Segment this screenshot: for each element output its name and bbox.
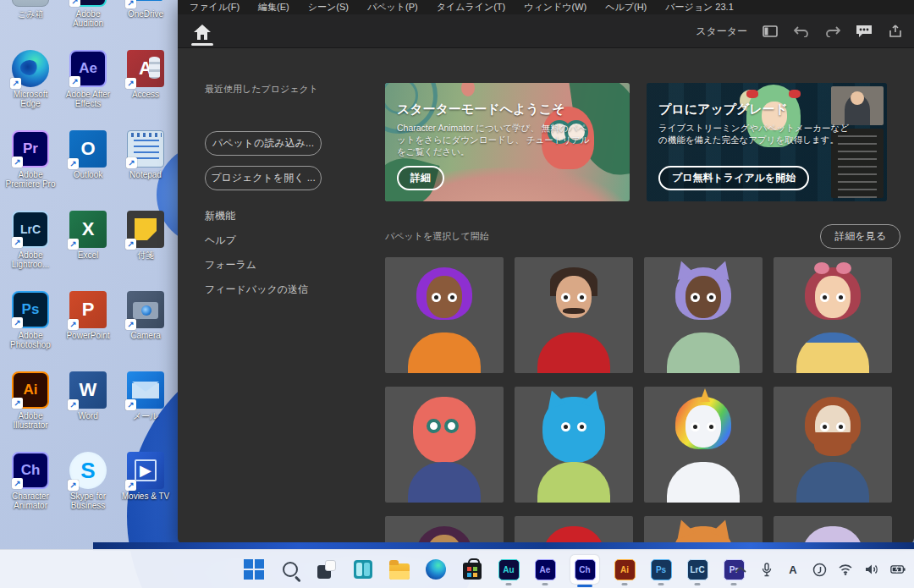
shortcut-arrow-icon: ↗ — [12, 237, 23, 248]
ime-mode-indicator[interactable]: A — [785, 562, 801, 577]
taskbar-lightroom-classic[interactable]: LrC — [686, 556, 708, 583]
puppet-tile[interactable] — [385, 516, 504, 545]
desktop-icon-powerpoint[interactable]: P↗ PowerPoint — [59, 291, 117, 371]
puppet-tile[interactable] — [774, 516, 892, 545]
excel-icon: X↗ — [69, 211, 107, 248]
taskbar-illustrator[interactable]: Ai — [614, 556, 636, 583]
puppet-tile[interactable] — [774, 257, 892, 373]
desktop-icon-skype-for-business[interactable]: S↗ Skype for Business — [59, 452, 117, 532]
shortcut-arrow-icon: ↗ — [125, 239, 136, 250]
menu-scene[interactable]: シーン(S) — [308, 1, 349, 14]
premiere-pro-icon: Pr↗ — [12, 130, 49, 168]
desktop-icon-lightroom-classic[interactable]: LrC↗ Adobe Lightroo... — [2, 211, 59, 291]
taskbar-character-animator-active[interactable]: Ch — [570, 555, 599, 584]
welcome-details-button[interactable]: 詳細 — [397, 166, 444, 190]
shortcut-arrow-icon: ↗ — [125, 399, 136, 410]
puppet-tile[interactable] — [644, 387, 763, 503]
desktop-icon-premiere-pro[interactable]: Pr↗ Adobe Premiere Pro — [2, 130, 59, 211]
character-animator-window: ファイル(F) 編集(E) シーン(S) パペット(P) タイムライン(T) ウ… — [178, 0, 914, 545]
home-tab-active-indicator — [191, 43, 213, 46]
puppet-tile[interactable] — [385, 387, 504, 503]
puppet-anime-cat-ear-purple-hair — [644, 257, 763, 373]
clock-icon[interactable] — [812, 562, 827, 577]
layout-panel-icon[interactable] — [762, 23, 779, 40]
desktop-icon-word[interactable]: W↗ Word — [59, 371, 117, 452]
start-pro-trial-button[interactable]: プロ無料トライアルを開始 — [658, 166, 809, 190]
menu-timeline[interactable]: タイムライン(T) — [437, 1, 506, 14]
puppet-tile[interactable] — [515, 387, 633, 503]
desktop-icon-adobe-audition[interactable]: Au↗ Adobe Audition — [59, 0, 117, 50]
sidebar-link-help[interactable]: ヘルプ — [205, 234, 385, 248]
task-view-button[interactable] — [316, 556, 338, 583]
puppet-anime-girl-red-hair-sailor — [774, 257, 892, 373]
welcome-banner-title: スターターモードへようこそ — [397, 102, 565, 118]
desktop-icon-outlook[interactable]: O↗ Outlook — [59, 130, 117, 211]
desktop: ごみ箱 Au↗ Adobe Audition ☁↗ OneDrive ↗ Mic… — [0, 0, 914, 588]
puppet-tile[interactable] — [644, 516, 763, 545]
widgets-button[interactable] — [352, 556, 374, 583]
sidebar-link-whats-new[interactable]: 新機能 — [205, 209, 385, 223]
menu-file[interactable]: ファイル(F) — [190, 1, 240, 14]
taskbar-audition[interactable]: Au — [498, 556, 520, 583]
search-button[interactable] — [279, 556, 301, 583]
desktop-icon-recycle-bin[interactable]: ごみ箱 — [2, 0, 59, 50]
edge-taskbar-button[interactable] — [425, 556, 447, 583]
shortcut-arrow-icon: ↗ — [68, 158, 79, 169]
puppet-tile[interactable] — [774, 387, 892, 503]
welcome-banner-body: Character Animator について学び、 無料のパペットをさらにダウ… — [397, 122, 592, 157]
home-tab[interactable] — [190, 19, 215, 45]
puppet-blue-cat-green-shirt — [515, 387, 633, 503]
desktop-icon-notepad[interactable]: ↗ Notepad — [117, 130, 174, 211]
wifi-icon[interactable] — [838, 562, 853, 577]
share-icon[interactable] — [887, 23, 904, 40]
sidebar-link-forum[interactable]: フォーラム — [205, 258, 385, 272]
desktop-icon-illustrator[interactable]: Ai↗ Adobe Illustrator — [2, 371, 59, 452]
feedback-bubble-icon[interactable] — [856, 23, 873, 40]
file-explorer-button[interactable] — [388, 556, 410, 583]
menu-window[interactable]: ウィンドウ(W) — [524, 1, 586, 14]
menu-edit[interactable]: 編集(E) — [258, 1, 289, 14]
powerpoint-icon: P↗ — [69, 291, 107, 328]
import-puppet-button[interactable]: パペットの読み込み... — [205, 131, 322, 156]
see-details-button[interactable]: 詳細を見る — [820, 224, 900, 249]
shortcut-arrow-icon: ↗ — [125, 78, 136, 89]
folder-icon — [389, 563, 410, 580]
undo-icon[interactable] — [793, 23, 810, 40]
desktop-icon-after-effects[interactable]: Ae↗ Adobe After Effects — [59, 50, 117, 130]
desktop-icon-movies-tv[interactable]: ▶↗ Movies & TV — [117, 452, 174, 532]
microphone-icon[interactable] — [759, 562, 774, 577]
home-sidebar: 最近使用したプロジェクト パペットの読み込み... プロジェクトを開く ... … — [178, 49, 385, 545]
taskbar: Au Ae Ch Ai Ps LrC Pr A — [0, 549, 914, 588]
taskbar-after-effects[interactable]: Ae — [534, 556, 556, 583]
desktop-icon-character-animator[interactable]: Ch↗ Character Animator — [2, 452, 59, 532]
desktop-icon-camera[interactable]: ↗ Camera — [117, 291, 174, 371]
welcome-banner[interactable]: スターターモードへようこそ Character Animator について学び、… — [385, 83, 630, 201]
menu-help[interactable]: ヘルプ(H) — [605, 1, 647, 14]
sidebar-link-send-feedback[interactable]: フィードバックの送信 — [205, 283, 385, 297]
puppet-tile[interactable] — [515, 257, 633, 373]
speaker-icon[interactable] — [864, 562, 879, 577]
desktop-icon-microsoft-edge[interactable]: ↗ Microsoft Edge — [2, 50, 59, 130]
menu-puppet[interactable]: パペット(P) — [367, 1, 418, 14]
menu-version: バージョン 23.1 — [665, 1, 734, 14]
desktop-icons-grid: ごみ箱 Au↗ Adobe Audition ☁↗ OneDrive ↗ Mic… — [2, 0, 174, 532]
desktop-icon-access[interactable]: A↗ Access — [117, 50, 174, 130]
microsoft-store-button[interactable] — [461, 556, 483, 583]
sticky-notes-icon: ↗ — [127, 211, 164, 248]
search-icon — [283, 562, 298, 577]
puppet-tile[interactable] — [515, 516, 633, 545]
desktop-icon-onedrive[interactable]: ☁↗ OneDrive — [117, 0, 174, 50]
puppet-tile[interactable] — [385, 257, 504, 373]
desktop-icon-excel[interactable]: X↗ Excel — [59, 211, 117, 291]
desktop-icon-sticky-notes[interactable]: ↗ 付箋 — [117, 211, 174, 291]
desktop-icon-mail[interactable]: ↗ メール — [117, 371, 174, 452]
redo-icon[interactable] — [824, 23, 841, 40]
battery-icon[interactable] — [890, 562, 906, 577]
upgrade-banner[interactable]: プロにアップグレード ライブストリーミングやパペットメーカーなどの機能を備えた完… — [647, 83, 887, 201]
taskbar-photoshop[interactable]: Ps — [650, 556, 672, 583]
open-project-button[interactable]: プロジェクトを開く ... — [205, 166, 322, 190]
start-button[interactable] — [243, 556, 265, 583]
puppet-tile[interactable] — [644, 257, 763, 373]
desktop-icon-photoshop[interactable]: Ps↗ Adobe Photoshop — [2, 291, 59, 371]
chevron-up-icon[interactable] — [733, 562, 748, 577]
